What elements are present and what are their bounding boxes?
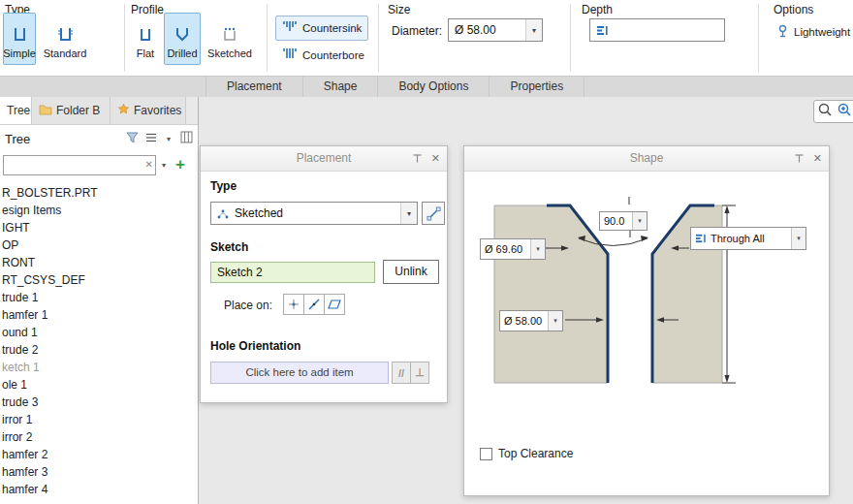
simple-hole-button[interactable]: Simple [3,13,36,65]
lightweight-button[interactable]: Lightweight [770,21,853,43]
tree-item[interactable]: irror 2 [0,428,198,446]
orientation-collector-field[interactable]: Click here to add item [210,362,389,384]
flat-profile-icon [138,23,153,43]
dropdown-arrow-icon[interactable]: ▾ [632,212,647,230]
folder-tab-label: Folder B [56,104,100,117]
sidebar-tab-favorites[interactable]: Favorites [111,97,186,124]
filter-icon[interactable] [126,130,139,147]
sketch-points-icon [216,207,230,220]
tree-item[interactable]: RT_CSYS_DEF [0,271,198,289]
model-tree-sidebar: Tree Folder B Favorites Tree [0,97,199,504]
counterbore-icon [282,47,298,63]
list-view-icon[interactable] [145,130,157,147]
depth-type-icon [695,233,707,244]
simple-hole-label: Simple [3,47,36,59]
tree-item[interactable]: ole 1 [0,376,198,394]
standard-hole-button[interactable]: Standard [39,13,91,65]
sketched-profile-button[interactable]: Sketched [203,13,257,65]
panel-tools: ✕ [412,146,440,171]
tree-item[interactable]: ketch 1 [0,359,198,376]
tree-item[interactable]: trude 2 [0,341,198,359]
close-icon[interactable]: ✕ [813,153,822,164]
pin-icon[interactable] [412,150,423,168]
tree-search-input[interactable] [3,155,156,175]
place-on-plane-button[interactable] [324,294,345,315]
tree-tab-label: Tree [7,104,30,117]
zoom-toolbar [813,100,853,123]
tab-body-options[interactable]: Body Options [378,77,490,97]
tree-item[interactable]: trude 1 [0,289,198,306]
place-on-axes-button[interactable] [283,294,304,315]
add-filter-button[interactable]: + [172,157,189,173]
zoom-in-icon[interactable] [837,102,852,121]
placement-panel-header[interactable]: Placement ✕ [201,146,447,172]
group-separator [570,4,571,72]
counterbore-button[interactable]: Counterbore [275,44,368,67]
pin-icon[interactable] [794,150,805,168]
tree-item[interactable]: hamfer 4 [0,481,198,498]
tab-placement[interactable]: Placement [205,77,303,97]
depth-group-label: Depth [582,3,613,16]
placement-panel-title: Placement [201,146,447,171]
dropdown-arrow-icon[interactable]: ▾ [791,228,806,249]
parallel-constraint-button[interactable]: // [392,362,411,384]
flat-profile-button[interactable]: Flat [129,13,162,65]
tree-item[interactable]: OP [0,236,198,254]
shape-panel-header[interactable]: Shape ✕ [464,146,829,172]
hole-type-combobox[interactable]: Sketched ▾ [210,202,418,225]
standard-hole-icon [56,23,74,43]
dropdown-arrow-icon[interactable]: ▾ [530,239,545,259]
depth-input[interactable] [589,18,725,42]
tab-properties[interactable]: Properties [490,77,584,97]
sidebar-tab-folder-browser[interactable]: Folder B [32,97,111,124]
unlink-button[interactable]: Unlink [383,260,439,284]
perpendicular-constraint-button[interactable]: ⊥ [410,362,429,384]
diameter-label: Diameter: [392,24,442,38]
tree-item[interactable]: hamfer 1 [0,306,198,324]
dropdown-arrow-icon[interactable]: ▾ [525,19,542,41]
list-dropdown-icon[interactable]: ▾ [164,133,174,145]
hole-diameter-combobox[interactable]: Ø 58.00 ▾ [499,310,563,331]
tree-item[interactable]: hamfer 2 [0,446,198,463]
orientation-constraint-buttons: // ⊥ [393,362,429,384]
dropdown-arrow-icon[interactable]: ▾ [400,203,417,224]
tree-item[interactable]: RONT [0,254,198,271]
group-separator [378,4,379,72]
tree-item[interactable]: esign Items [0,202,198,219]
depth-option-combobox[interactable]: Through All ▾ [690,227,806,250]
place-on-line-button[interactable] [303,294,325,315]
sidebar-tab-tree[interactable]: Tree [0,97,32,124]
counterbore-label: Counterbore [302,49,364,61]
tab-shape[interactable]: Shape [303,77,379,97]
drilled-profile-button[interactable]: Drilled [164,13,201,65]
sidebar-tab-strip: Tree Folder B Favorites [0,97,198,125]
tree-header: Tree ▾ [0,125,198,152]
tree-item[interactable]: trude 3 [0,394,198,411]
close-icon[interactable]: ✕ [431,153,440,164]
dashboard-tab-bar: Placement Shape Body Options Properties [0,76,853,97]
edit-sketch-button[interactable] [422,202,445,225]
countersink-button[interactable]: Countersink [275,16,368,41]
tree-item[interactable]: IGHT [0,219,198,236]
standard-hole-label: Standard [44,47,87,59]
tree-item[interactable]: R_BOLSTER.PRT [0,184,198,202]
place-on-label: Place on: [224,299,272,312]
search-dropdown-icon[interactable]: ▾ [159,159,169,172]
top-clearance-checkbox[interactable] [480,448,492,460]
column-settings-icon[interactable] [180,130,193,147]
diameter-combobox[interactable]: Ø 58.00 ▾ [448,18,543,42]
tree-item[interactable]: hamfer 3 [0,463,198,481]
tree-item[interactable]: ound 1 [0,324,198,341]
sketched-profile-label: Sketched [207,47,252,59]
countersink-angle-combobox[interactable]: 90.0 ▾ [599,211,648,231]
top-clearance-row: Top Clearance [480,447,573,460]
drilled-profile-label: Drilled [167,47,197,59]
clear-icon[interactable]: ✕ [145,158,153,172]
countersink-diameter-combobox[interactable]: Ø 69.60 ▾ [480,238,546,260]
favorites-tab-label: Favorites [134,104,181,117]
dropdown-arrow-icon[interactable]: ▾ [548,311,562,331]
search-icon[interactable] [817,102,833,121]
tree-item[interactable]: irror 1 [0,411,198,428]
creo-hole-dashboard: Type Simple Standard Profile Flat [0,0,853,504]
sketch-collector-field[interactable]: Sketch 2 [210,262,375,283]
